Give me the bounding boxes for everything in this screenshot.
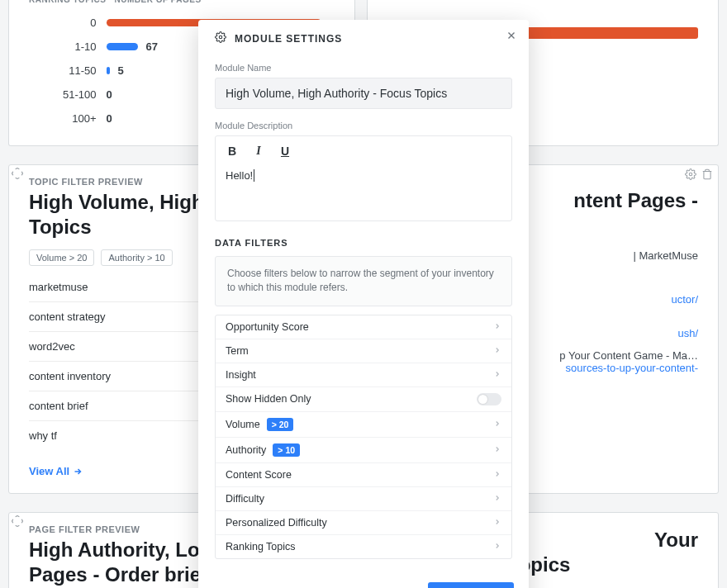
svg-point-1 bbox=[689, 173, 692, 176]
filter-volume[interactable]: Volume > 20 bbox=[216, 411, 511, 437]
description-textarea[interactable]: Hello! bbox=[216, 164, 511, 220]
description-text: Hello! bbox=[226, 169, 254, 182]
filter-badge: > 10 bbox=[273, 443, 300, 457]
chevron-right-icon bbox=[493, 541, 501, 552]
chevron-right-icon bbox=[493, 493, 501, 505]
filter-authority[interactable]: Authority > 10 bbox=[216, 437, 511, 462]
module-settings-modal: MODULE SETTINGS Module Name Module Descr… bbox=[198, 20, 529, 588]
save-module-button[interactable]: Save Module bbox=[428, 582, 514, 588]
chart-bar bbox=[107, 67, 110, 74]
module-desc-label: Module Description bbox=[215, 121, 512, 130]
filter-label: Authority bbox=[226, 444, 266, 456]
chevron-right-icon bbox=[493, 419, 501, 430]
chevron-right-icon bbox=[493, 321, 501, 333]
chart-bar bbox=[107, 43, 138, 50]
chart-value: 67 bbox=[146, 40, 158, 53]
chevron-right-icon bbox=[493, 517, 501, 529]
description-editor: B I U Hello! bbox=[215, 135, 512, 221]
card-title-line2: Topics bbox=[29, 216, 92, 238]
filter-label: Show Hidden Only bbox=[226, 393, 311, 405]
filter-insight[interactable]: Insight bbox=[216, 363, 511, 386]
filter-label: Personalized Difficulty bbox=[226, 517, 327, 529]
underline-button[interactable]: U bbox=[278, 145, 292, 158]
cancel-button[interactable]: Cancel bbox=[377, 583, 416, 588]
chart-cat: 51-100 bbox=[29, 83, 107, 107]
chevron-right-icon bbox=[493, 345, 501, 357]
module-name-label: Module Name bbox=[215, 63, 512, 73]
filters-help-text: Choose filters below to narrow the segme… bbox=[215, 256, 512, 306]
filter-personalized-difficulty[interactable]: Personalized Difficulty bbox=[216, 510, 511, 534]
chart-value: 0 bbox=[107, 88, 112, 101]
filter-label: Opportunity Score bbox=[226, 321, 309, 333]
chart-cat: 100+ bbox=[29, 107, 107, 130]
drag-handle-icon[interactable] bbox=[10, 514, 25, 529]
filter-difficulty[interactable]: Difficulty bbox=[216, 486, 511, 510]
filter-label: Insight bbox=[226, 369, 256, 381]
chevron-right-icon bbox=[493, 369, 501, 381]
bold-button[interactable]: B bbox=[226, 145, 239, 158]
col-number-pages: NUMBER OF PAGES bbox=[107, 0, 321, 11]
gear-icon bbox=[215, 31, 226, 46]
filter-badge: > 20 bbox=[267, 418, 294, 431]
filter-opportunity-score[interactable]: Opportunity Score bbox=[216, 315, 511, 339]
data-filters-heading: DATA FILTERS bbox=[215, 238, 512, 248]
svg-point-3 bbox=[219, 36, 222, 39]
trash-icon[interactable] bbox=[701, 168, 713, 183]
chevron-right-icon bbox=[493, 444, 501, 456]
view-all-label: View All bbox=[29, 465, 69, 477]
filter-ranking-topics[interactable]: Ranking Topics bbox=[216, 534, 511, 558]
chart-cat: 1-10 bbox=[29, 35, 107, 59]
filter-label: Ranking Topics bbox=[226, 541, 296, 552]
italic-button[interactable]: I bbox=[252, 145, 265, 158]
filter-show-hidden[interactable]: Show Hidden Only bbox=[216, 386, 511, 411]
card-title-line1: Your bbox=[654, 529, 698, 551]
view-all-link[interactable]: View All bbox=[29, 465, 83, 477]
chart-value: 5 bbox=[118, 64, 124, 77]
drag-handle-icon[interactable] bbox=[10, 166, 25, 181]
col-ranking-topics: RANKING TOPICS bbox=[29, 0, 107, 11]
filter-label: Term bbox=[226, 345, 249, 357]
filter-content-score[interactable]: Content Score bbox=[216, 462, 511, 486]
gear-icon[interactable] bbox=[685, 168, 696, 183]
chart-value: 0 bbox=[107, 112, 112, 125]
filters-list: Opportunity Score Term Insight Show Hidd… bbox=[215, 315, 512, 559]
close-icon[interactable] bbox=[506, 30, 517, 45]
filter-chip[interactable]: Authority > 10 bbox=[101, 249, 172, 266]
modal-title: MODULE SETTINGS bbox=[235, 33, 342, 45]
filter-label: Volume bbox=[226, 419, 260, 430]
chart-cat: 0 bbox=[29, 11, 107, 35]
chart-cat: 11-50 bbox=[29, 59, 107, 83]
chevron-right-icon bbox=[493, 469, 501, 481]
toggle-switch[interactable] bbox=[477, 393, 501, 405]
filter-label: Content Score bbox=[226, 469, 292, 481]
module-name-input[interactable] bbox=[215, 78, 512, 109]
filter-label: Difficulty bbox=[226, 493, 264, 505]
filter-chip[interactable]: Volume > 20 bbox=[29, 249, 94, 266]
filter-term[interactable]: Term bbox=[216, 339, 511, 363]
